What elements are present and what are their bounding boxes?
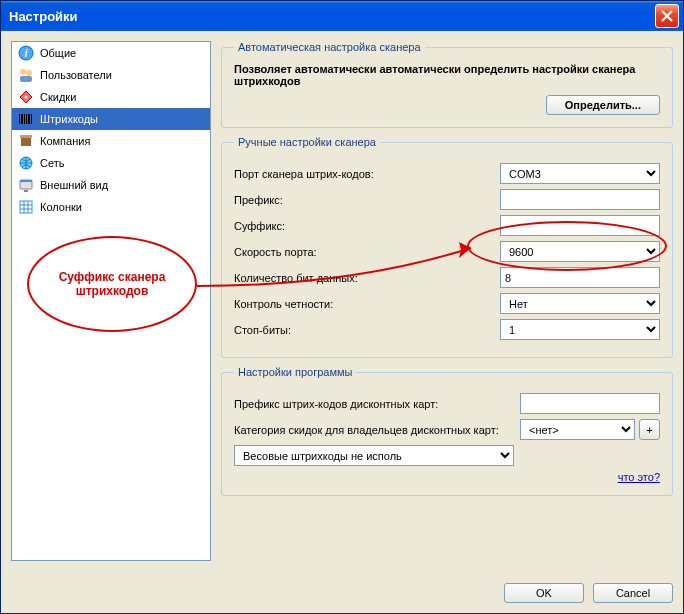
sidebar-item-label: Скидки	[40, 91, 76, 103]
svg-rect-13	[20, 135, 32, 138]
port-select[interactable]: COM3	[500, 163, 660, 184]
sidebar-item-users[interactable]: Пользователи	[12, 64, 210, 86]
discount-prefix-label: Префикс штрих-кодов дисконтных карт:	[234, 398, 520, 410]
barcode-icon	[18, 111, 34, 127]
columns-icon	[18, 199, 34, 215]
auto-description: Позволяет автоматически автоматически оп…	[234, 63, 660, 87]
sidebar-item-label: Штрихкоды	[40, 113, 98, 125]
cancel-button[interactable]: Cancel	[593, 583, 673, 603]
close-button[interactable]	[655, 4, 679, 28]
svg-rect-11	[31, 114, 32, 124]
bits-input[interactable]	[500, 267, 660, 288]
speed-select[interactable]: 9600	[500, 241, 660, 262]
sidebar-item-label: Общие	[40, 47, 76, 59]
manual-legend: Ручные настройки сканера	[234, 136, 380, 148]
titlebar: Настройки	[1, 1, 683, 31]
ok-button[interactable]: OK	[504, 583, 584, 603]
speed-label: Скорость порта:	[234, 246, 500, 258]
program-legend: Настройки программы	[234, 366, 356, 378]
company-icon	[18, 133, 34, 149]
svg-rect-6	[19, 114, 20, 124]
svg-rect-16	[20, 180, 32, 182]
help-link[interactable]: что это?	[618, 471, 660, 483]
prefix-input[interactable]	[500, 189, 660, 210]
svg-point-2	[20, 69, 26, 75]
footer: OK Cancel	[1, 577, 683, 613]
network-icon	[18, 155, 34, 171]
stop-select[interactable]: 1	[500, 319, 660, 340]
suffix-label: Суффикс:	[234, 220, 500, 232]
main-panel: Автоматическая настройка сканера Позволя…	[221, 41, 673, 567]
prefix-label: Префикс:	[234, 194, 500, 206]
weight-barcodes-select[interactable]: Весовые штрихкоды не исполь	[234, 445, 514, 466]
svg-rect-18	[20, 201, 32, 213]
svg-point-3	[26, 70, 32, 76]
parity-select[interactable]: Нет	[500, 293, 660, 314]
svg-rect-7	[21, 114, 23, 124]
sidebar: i Общие Пользователи Скидки Штрихкоды Ко…	[11, 41, 211, 561]
discount-prefix-input[interactable]	[520, 393, 660, 414]
port-label: Порт сканера штрих-кодов:	[234, 168, 500, 180]
sidebar-item-label: Пользователи	[40, 69, 112, 81]
stop-label: Стоп-биты:	[234, 324, 500, 336]
svg-rect-17	[24, 190, 28, 192]
sidebar-item-barcodes[interactable]: Штрихкоды	[12, 108, 210, 130]
auto-group: Автоматическая настройка сканера Позволя…	[221, 41, 673, 128]
settings-window: Настройки i Общие Пользователи Скидки Шт…	[0, 0, 684, 614]
sidebar-item-general[interactable]: i Общие	[12, 42, 210, 64]
sidebar-item-appearance[interactable]: Внешний вид	[12, 174, 210, 196]
window-title: Настройки	[9, 9, 655, 24]
info-icon: i	[18, 45, 34, 61]
users-icon	[18, 67, 34, 83]
manual-group: Ручные настройки сканера Порт сканера шт…	[221, 136, 673, 358]
svg-rect-10	[28, 114, 30, 124]
sidebar-item-network[interactable]: Сеть	[12, 152, 210, 174]
sidebar-item-label: Компания	[40, 135, 90, 147]
sidebar-item-discounts[interactable]: Скидки	[12, 86, 210, 108]
bits-label: Количество бит данных:	[234, 272, 500, 284]
suffix-input[interactable]	[500, 215, 660, 236]
sidebar-item-company[interactable]: Компания	[12, 130, 210, 152]
svg-point-5	[25, 96, 28, 99]
parity-label: Контроль четности:	[234, 298, 500, 310]
sidebar-item-columns[interactable]: Колонки	[12, 196, 210, 218]
detect-button[interactable]: Определить...	[546, 95, 660, 115]
discount-icon	[18, 89, 34, 105]
add-category-button[interactable]: +	[639, 419, 660, 440]
svg-rect-4	[20, 76, 32, 82]
appearance-icon	[18, 177, 34, 193]
sidebar-item-label: Колонки	[40, 201, 82, 213]
svg-rect-12	[21, 137, 31, 146]
sidebar-item-label: Внешний вид	[40, 179, 108, 191]
program-group: Настройки программы Префикс штрих-кодов …	[221, 366, 673, 496]
sidebar-item-label: Сеть	[40, 157, 64, 169]
auto-legend: Автоматическая настройка сканера	[234, 41, 425, 53]
discount-cat-label: Категория скидок для владельцев дисконтн…	[234, 424, 520, 436]
svg-rect-9	[26, 114, 27, 124]
discount-cat-select[interactable]: <нет>	[520, 419, 635, 440]
svg-rect-8	[24, 114, 25, 124]
